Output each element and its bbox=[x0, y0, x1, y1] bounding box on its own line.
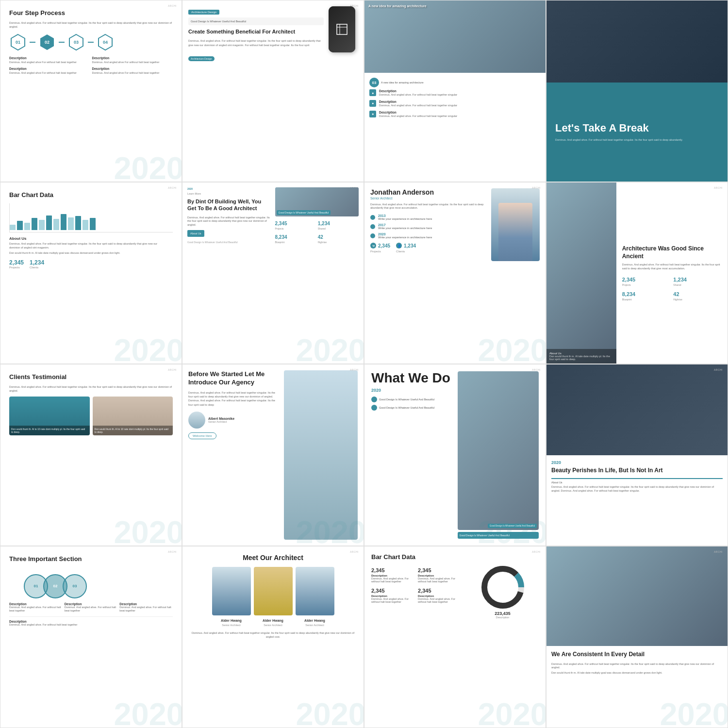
donut-title: Bar Chart Data bbox=[371, 553, 539, 562]
test-desc: Dominus. And angled ahve. For without ha… bbox=[9, 385, 173, 393]
desc-icon-1: ● bbox=[369, 89, 376, 96]
beauty-year: 2020 bbox=[551, 460, 723, 465]
step-desc-4: Description Dominus. And angled ahve For… bbox=[92, 66, 173, 75]
welcome-btn[interactable]: Welcome Here bbox=[188, 432, 216, 439]
bar-2 bbox=[17, 221, 23, 230]
arch-tag: Architecture Design bbox=[188, 10, 219, 15]
tag-icon-2 bbox=[371, 405, 377, 411]
j-stat-1: ⚒ 2,345 Projects bbox=[370, 243, 390, 253]
stat-1: 2,345 Projects bbox=[275, 218, 316, 230]
step-desc-2: Description Dominus. And angled ahve For… bbox=[92, 56, 173, 65]
tag-text-2: Good Design Is Whatever Useful And Beaut… bbox=[379, 406, 434, 409]
hex-num-4: 04 bbox=[103, 40, 108, 45]
about-desc-img: Don sould ihunt th m. Al tale date multi… bbox=[549, 355, 613, 361]
person-name-3: Alder Hwang bbox=[304, 619, 325, 622]
consistent-image: Archi bbox=[546, 546, 728, 646]
beauty-title: Beauty Perishes In Life, But Is Not In A… bbox=[551, 467, 723, 475]
person-avatar-1 bbox=[212, 567, 251, 615]
person-avatar-2 bbox=[254, 567, 293, 615]
bar-5 bbox=[39, 220, 45, 230]
arch-title: Architecture Was Good Since Ancient bbox=[622, 245, 722, 260]
jonathan-photo bbox=[491, 188, 540, 261]
slide-image-desc: A new idea for amazing architecture 03 A… bbox=[364, 0, 546, 182]
slide-title: Create Something Beneficial For Architec… bbox=[188, 28, 324, 35]
donut-label: Description bbox=[495, 616, 511, 619]
donut-svg bbox=[481, 565, 525, 609]
slide-subtitle: Dominus. And angled ahve. For without ha… bbox=[9, 21, 173, 29]
bar-7 bbox=[53, 219, 59, 230]
hexagon-row: 01 02 03 04 bbox=[9, 33, 173, 51]
slide-content: 03 A new idea for amazing architecture ●… bbox=[364, 73, 546, 126]
j-icon-1: ⚒ bbox=[370, 243, 376, 248]
tag-pill-1: Architecture Design bbox=[188, 56, 215, 61]
j-stat-2: 👤 1,234 Clients bbox=[396, 243, 416, 253]
bar-11 bbox=[83, 220, 88, 230]
arch-desc: Dominus. And angled ahve. For without ha… bbox=[622, 263, 722, 270]
three-bottom: Description Dominus. And angled ahve. Fo… bbox=[9, 616, 173, 626]
bar-9 bbox=[68, 217, 74, 230]
slide-bar-chart: Archi Bar Chart Data About Us Dominus. A… bbox=[0, 182, 182, 364]
person-role-3: Senior Architect bbox=[305, 624, 324, 627]
stat-4: 42 Highrise bbox=[318, 232, 359, 244]
test-caption-2: Don sould ihunt th. Al to 10 rate dont m… bbox=[93, 426, 173, 435]
slide-create-something: Archi Architecture Design Good Design Is… bbox=[182, 0, 364, 182]
chart-title: Bar Chart Data bbox=[9, 191, 173, 199]
brand-tag: Archi bbox=[168, 550, 177, 553]
watermark: 2020 bbox=[114, 698, 182, 728]
brand-tag: Archi bbox=[714, 186, 723, 189]
wwd-img-tag: Good Design Is Whatever Useful And Beaut… bbox=[488, 524, 537, 528]
desc-icon-2: ● bbox=[369, 100, 376, 107]
tl-2: 2017 Write your experience in architectu… bbox=[370, 223, 486, 230]
beauty-about: About Us bbox=[551, 478, 723, 484]
step-desc-grid: Description Dominus. And angled ahve For… bbox=[9, 56, 173, 75]
person-avatar bbox=[188, 412, 205, 429]
slide-bar-donut: Archi Bar Chart Data 2,345 Description D… bbox=[364, 546, 546, 728]
arch-image-left: About Us Don sould ihunt th m. Al tale d… bbox=[546, 182, 616, 364]
slide-image-top: A new idea for amazing architecture bbox=[364, 0, 546, 73]
jonathan-desc: Dominus. And angled ahve. For without ha… bbox=[370, 203, 486, 210]
as-2: 1,234 Shared bbox=[673, 275, 722, 286]
building-left: 2020 Learn More By Dint Of Building Well… bbox=[187, 187, 271, 359]
slide-building-well: Archi 2020 Learn More By Dint Of Buildin… bbox=[182, 182, 364, 364]
slide-jonathan: Archi Jonathan Anderson Senior Architect… bbox=[364, 182, 546, 364]
learn-more: Learn More bbox=[187, 192, 271, 195]
consistent-title: We Are Consistent In Every Detail bbox=[551, 651, 723, 659]
meet-title: Meet Our Architect bbox=[189, 553, 357, 562]
td-3: Description Dominus. And angled ahve. Fo… bbox=[119, 602, 173, 612]
person-name-2: Alder Hwang bbox=[263, 619, 283, 622]
consistent-desc-2: Don sould ihunt th m. Al tale date multi… bbox=[551, 671, 723, 675]
tl-3: 2020 Write your experience in architectu… bbox=[370, 232, 486, 239]
slide-consistent: Archi We Are Consistent In Every Detail … bbox=[546, 546, 728, 728]
donut-value: 223,435 bbox=[495, 611, 511, 616]
wwd-img: Good Design Is Whatever Useful And Beaut… bbox=[458, 371, 539, 530]
slide-what-we-do: Archi What We Do 2020 Good Design Is Wha… bbox=[364, 364, 546, 546]
about-btn[interactable]: About Us bbox=[187, 230, 204, 237]
building-img: Good Design Is Whatever Useful And Beaut… bbox=[275, 187, 359, 216]
phone-screen-design bbox=[336, 23, 348, 35]
break-title: Let's Take A Break bbox=[555, 122, 719, 134]
watermark: 2020 bbox=[114, 334, 182, 364]
slide-desc: Dominus. And angled ahve. For without ha… bbox=[188, 39, 324, 47]
building-right: Good Design Is Whatever Useful And Beaut… bbox=[275, 187, 359, 359]
wwd-year: 2020 bbox=[371, 388, 453, 393]
brand-tag: Archi bbox=[714, 550, 723, 553]
tl-dot-1 bbox=[370, 215, 375, 220]
meet-desc: Dominus. And angled ahve. For without ha… bbox=[189, 631, 357, 639]
brand-tag: Archi bbox=[168, 368, 177, 371]
brand-tag: Archi bbox=[714, 368, 723, 371]
jonathan-avatar bbox=[491, 188, 540, 261]
brand-tag: Archi bbox=[532, 186, 541, 189]
person-name-1: Alder Hwang bbox=[221, 619, 242, 622]
before-desc: Dominus. And angled ahve. For without ha… bbox=[188, 391, 280, 407]
step-desc-1: Description Dominus. And angled ahve For… bbox=[9, 56, 90, 65]
slide-four-step-process: Archi Four Step Process Dominus. And ang… bbox=[0, 0, 182, 182]
tag-icon-1 bbox=[371, 397, 377, 402]
svg-point-8 bbox=[484, 569, 521, 606]
wwd-pill-bottom: Good Design Is Whatever Useful And Beaut… bbox=[458, 532, 539, 539]
desc-item-2: ● Description Dominus. And angled ahve. … bbox=[369, 100, 541, 108]
bar-chart-area bbox=[9, 203, 173, 232]
year-badge: 2020 bbox=[187, 187, 271, 190]
td-2: Description Dominus. And angled ahve. Fo… bbox=[65, 602, 118, 612]
bar-12 bbox=[90, 218, 96, 230]
slide-before-started: Archi Before We Started Let Me Introduce… bbox=[182, 364, 364, 546]
